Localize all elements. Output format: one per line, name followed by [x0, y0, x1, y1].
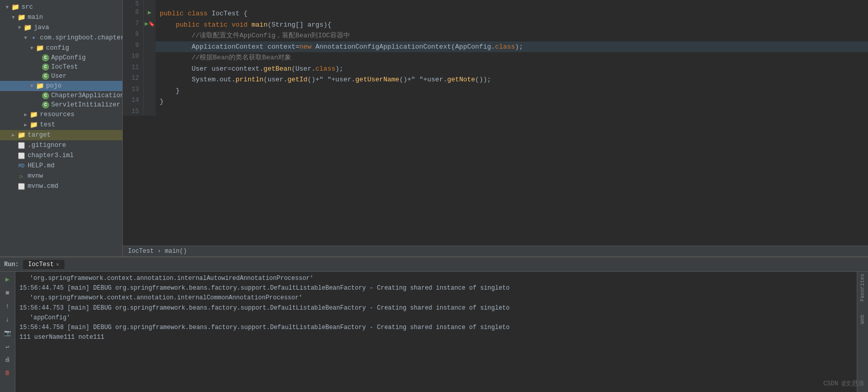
up-button[interactable]: ↑ [2, 300, 13, 312]
label-target: target [28, 132, 51, 139]
code-line-14: } [156, 96, 868, 107]
console-line: 'appConfig' [19, 313, 853, 323]
run-arrow-6[interactable]: ▶ [148, 9, 151, 16]
class-icon-servlet: C [42, 101, 49, 108]
tree-item-src[interactable]: ▼ 📁 src [0, 2, 122, 12]
camera-button[interactable]: 📷 [2, 327, 13, 338]
run-tab-close[interactable]: ✕ [56, 261, 59, 268]
tree-item-main[interactable]: ▼ 📁 main [0, 12, 122, 23]
line-num-11: 11 [123, 63, 143, 75]
tree-item-java[interactable]: ▼ 📁 java [0, 23, 122, 33]
arrow-target: ▶ [10, 132, 16, 138]
run-tab-ioctest[interactable]: IocTest ✕ [23, 260, 64, 269]
code-line-12: System.out.println(user.getId()+" "+user… [156, 74, 868, 85]
code-table: 56▶public class IocTest {7▶🔖 public stat… [123, 0, 868, 116]
web-label[interactable]: Web [860, 315, 865, 324]
line-gutter-5 [143, 0, 156, 8]
code-line-11: User user=context.getBean(User.class); [156, 63, 868, 75]
arrow-package: ▼ [23, 35, 29, 41]
label-mvnw: mvnw [28, 172, 43, 180]
code-content[interactable]: 56▶public class IocTest {7▶🔖 public stat… [123, 0, 868, 246]
breakpoint-marker-7: 🔖 [148, 21, 155, 27]
class-icon-ioctest: C [42, 63, 49, 71]
stop-button[interactable]: ■ [2, 287, 13, 298]
line-num-5: 5 [123, 0, 143, 8]
line-num-13: 13 [123, 85, 143, 97]
breadcrumb-text: IocTest › main() [128, 248, 187, 255]
tree-item-mvnw[interactable]: ▶ ▷ mvnw [0, 171, 122, 181]
class-icon-chapter3app: C [42, 92, 49, 99]
line-gutter-10 [143, 52, 156, 63]
wrap-button[interactable]: ↵ [2, 340, 13, 352]
tree-item-config[interactable]: ▼ 📁 config [0, 43, 122, 53]
code-line-7: public static void main(String[] args){ [156, 19, 868, 31]
tree-item-iml[interactable]: ▶ ⬜ chapter3.iml [0, 150, 122, 161]
editor-area: 56▶public class IocTest {7▶🔖 public stat… [123, 0, 868, 256]
label-main: main [28, 14, 43, 21]
trash-button[interactable]: 🗑 [2, 367, 13, 378]
file-icon-mvnw: ▷ [17, 172, 26, 180]
label-resources: resources [40, 111, 75, 118]
folder-icon-test: 📁 [30, 121, 38, 129]
folder-icon-resources: 📁 [30, 111, 38, 119]
label-helpmd: HELP.md [28, 162, 55, 169]
tree-item-appconfig[interactable]: ▶ C AppConfig [0, 53, 122, 62]
arrow-main: ▼ [10, 14, 16, 20]
watermark: CSDN @文思涌 [823, 379, 864, 388]
label-src: src [21, 4, 33, 11]
folder-icon-pojo: 📁 [36, 82, 44, 90]
line-gutter-6: ▶ [143, 8, 156, 19]
run-tab-label: IocTest [28, 261, 54, 268]
label-java: java [34, 24, 49, 31]
console-line: 111 userName111 note111 [19, 333, 853, 342]
arrow-resources: ▶ [23, 112, 29, 118]
arrow-java: ▼ [16, 25, 23, 31]
line-gutter-9 [143, 41, 156, 53]
console-line: 15:56:44.745 [main] DEBUG org.springfram… [19, 284, 853, 293]
tree-item-user[interactable]: ▶ C User [0, 72, 122, 81]
tree-item-chapter3app[interactable]: ▶ C Chapter3Application [0, 91, 122, 100]
label-servlet: ServletInitializer [51, 101, 120, 108]
tree-item-ioctest[interactable]: ▶ C IocTest [0, 62, 122, 72]
line-gutter-14 [143, 96, 156, 107]
arrow-pojo: ▼ [29, 83, 35, 89]
line-gutter-7: ▶🔖 [143, 19, 156, 31]
folder-icon-java: 📁 [24, 24, 32, 32]
line-gutter-13 [143, 85, 156, 97]
console-output: 'org.springframework.context.annotation.… [15, 272, 857, 392]
label-test: test [40, 121, 55, 128]
line-num-14: 14 [123, 96, 143, 107]
code-line-15 [156, 107, 868, 116]
label-mvnwcmd: mvnw.cmd [28, 183, 58, 190]
folder-icon-target: 📁 [17, 131, 26, 139]
label-iml: chapter3.iml [28, 152, 74, 159]
tree-item-servlet[interactable]: ▶ C ServletInitializer [0, 100, 122, 110]
tree-item-package[interactable]: ▼ ▪ com.springboot.chapter3 [0, 33, 122, 43]
label-package: com.springboot.chapter3 [40, 34, 123, 41]
tree-item-target[interactable]: ▶ 📁 target [0, 130, 122, 140]
run-arrow-7[interactable]: ▶ [145, 20, 148, 28]
console-line: 15:56:44.758 [main] DEBUG org.springfram… [19, 323, 853, 333]
code-line-6: public class IocTest { [156, 8, 868, 19]
code-line-10: //根据Bean的类名获取Bean对象 [156, 52, 868, 63]
tree-item-resources[interactable]: ▶ 📁 resources [0, 110, 122, 120]
tree-item-helpmd[interactable]: ▶ MD HELP.md [0, 161, 122, 171]
line-num-12: 12 [123, 74, 143, 85]
class-icon-appconfig: C [42, 54, 49, 61]
tree-item-gitignore[interactable]: ▶ ⬜ .gitignore [0, 140, 122, 150]
tree-item-mvnwcmd[interactable]: ▶ ⬜ mvnw.cmd [0, 181, 122, 191]
console-line: 'org.springframework.context.annotation.… [19, 274, 853, 284]
print-button[interactable]: 🖨 [2, 354, 13, 365]
favorites-label[interactable]: Favorites [860, 274, 865, 301]
line-gutter-15 [143, 107, 156, 116]
tree-item-pojo[interactable]: ▼ 📁 pojo [0, 81, 122, 91]
breadcrumb-bar: IocTest › main() [123, 246, 868, 256]
line-num-15: 15 [123, 107, 143, 116]
down-button[interactable]: ↓ [2, 314, 13, 325]
bottom-panel: Run: IocTest ✕ ▶ ■ ↑ ↓ 📷 ↵ 🖨 🗑 'org.spri… [0, 256, 868, 392]
folder-icon-main: 📁 [17, 13, 26, 21]
line-gutter-8 [143, 30, 156, 41]
arrow-config: ▼ [29, 45, 35, 51]
tree-item-test[interactable]: ▶ 📁 test [0, 120, 122, 130]
run-button[interactable]: ▶ [2, 274, 13, 285]
